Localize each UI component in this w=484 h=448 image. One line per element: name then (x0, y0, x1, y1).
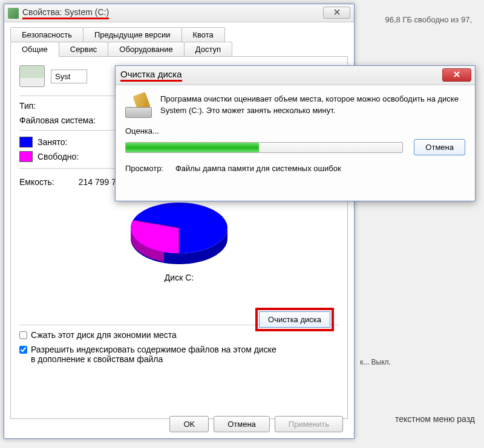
cleanup-title: Очистка диска (120, 69, 182, 82)
used-label: Занято: (38, 137, 68, 147)
cleanup-disk-icon (125, 94, 152, 118)
cancel-button[interactable]: Отмена (214, 416, 270, 432)
cleanup-progress-bar (125, 142, 403, 153)
cleanup-button-highlight: Очистка диска (255, 308, 334, 331)
close-icon (453, 71, 460, 80)
disk-cleanup-dialog: Очистка диска Программа очистки оценивае… (115, 65, 476, 201)
view-label: Просмотр: (125, 164, 163, 173)
capacity-label: Емкость: (19, 177, 54, 187)
tab-general[interactable]: Общие (10, 42, 59, 57)
disk-usage-pie: Диск C: (19, 192, 339, 282)
drive-large-icon (19, 65, 45, 87)
free-label: Свободно: (38, 152, 79, 161)
tab-service[interactable]: Сервис (59, 42, 109, 56)
view-value: Файлы дампа памяти для системных ошибок (175, 164, 341, 173)
drive-name-input[interactable] (51, 70, 87, 83)
cleanup-description: Программа очистки оценивает объем места,… (160, 94, 465, 117)
pie-drive-label: Диск C: (165, 273, 194, 282)
tab-security[interactable]: Безопасность (10, 27, 83, 42)
compress-checkbox-label: Сжать этот диск для экономии места (31, 330, 177, 340)
close-icon (333, 8, 341, 18)
background-status-text: к... Выкл. (360, 358, 391, 366)
dialog-buttons: OK Отмена Применить (169, 416, 343, 432)
ok-button[interactable]: OK (169, 416, 209, 432)
tab-sharing[interactable]: Доступ (184, 42, 232, 56)
background-context-menu-text: текстном меню разд (395, 414, 475, 424)
tabs: Безопасность Предыдущие версии Квота Общ… (4, 22, 354, 56)
properties-title: Свойства: System (C:) (22, 7, 109, 19)
free-swatch (19, 151, 33, 162)
cleanup-close-button[interactable] (442, 68, 471, 82)
assessment-label: Оценка... (125, 126, 465, 135)
drive-icon (8, 8, 19, 19)
compress-checkbox[interactable] (19, 331, 27, 339)
properties-close-button[interactable] (323, 7, 350, 19)
pie-chart-icon (119, 192, 240, 270)
tab-previous-versions[interactable]: Предыдущие версии (83, 27, 182, 42)
compress-checkbox-row[interactable]: Сжать этот диск для экономии места (19, 330, 280, 340)
tab-quota[interactable]: Квота (182, 27, 225, 42)
index-checkbox-row[interactable]: Разрешить индексировать содержимое файло… (19, 345, 280, 364)
properties-titlebar[interactable]: Свойства: System (C:) (4, 4, 354, 22)
used-swatch (19, 137, 33, 148)
cleanup-titlebar[interactable]: Очистка диска (116, 66, 475, 85)
index-checkbox[interactable] (19, 346, 27, 354)
index-checkbox-label: Разрешить индексировать содержимое файло… (31, 345, 280, 364)
tab-hardware[interactable]: Оборудование (108, 42, 184, 56)
progress-fill (126, 143, 259, 152)
disk-cleanup-button[interactable]: Очистка диска (259, 311, 330, 328)
background-free-space-text: 96,8 ГБ свободно из 97, (385, 15, 473, 24)
cleanup-cancel-button[interactable]: Отмена (414, 139, 465, 155)
apply-button[interactable]: Применить (275, 416, 343, 432)
